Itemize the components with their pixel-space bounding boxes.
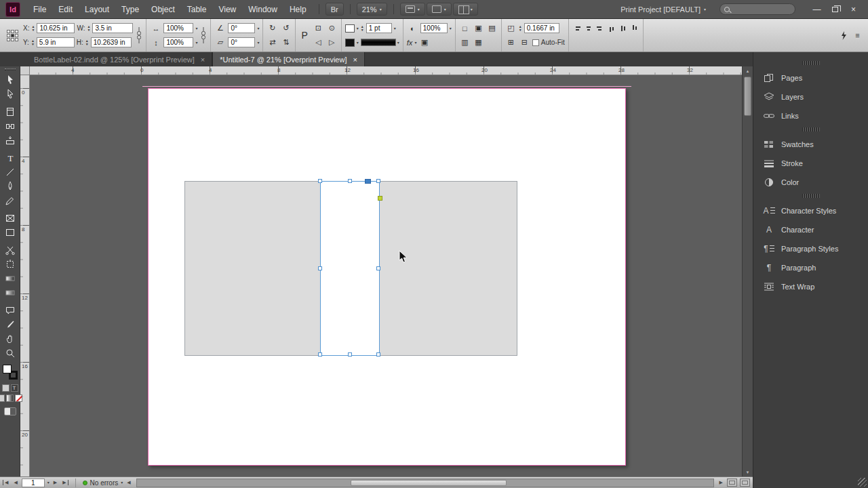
wrap-around-bounding-box-button[interactable]: ▣ [473,23,484,33]
page-tool[interactable] [1,104,20,119]
chevron-down-icon[interactable]: ▾ [195,41,197,45]
last-page-button[interactable]: ▶ [61,480,68,485]
align-bottom-button[interactable] [630,24,639,33]
chevron-down-icon[interactable]: ▾ [257,26,259,30]
line-tool[interactable] [1,165,20,179]
screen-mode-dropdown[interactable]: ▾ [427,3,452,16]
gradient-swatch-tool[interactable] [1,271,20,285]
dock-grip[interactable] [802,194,820,198]
stroke-weight-field[interactable]: 1 pt [366,23,392,33]
selection-tool[interactable] [1,73,20,87]
view-options-dropdown[interactable]: ▾ [400,3,425,16]
next-page-button[interactable]: ▶ [52,480,58,485]
note-tool[interactable] [1,303,20,317]
apply-none-button[interactable] [15,394,22,402]
search-input[interactable] [733,5,791,13]
pencil-tool[interactable] [1,193,20,207]
rectangle-frame-tool[interactable] [1,211,20,225]
menu-file[interactable]: File [27,2,52,17]
opacity-field[interactable]: 100% [420,23,448,33]
scroll-down-icon[interactable]: ▼ [743,468,753,476]
selection-handle-sw[interactable] [318,352,322,357]
close-button[interactable]: × [844,3,863,16]
chevron-down-icon[interactable]: ▾ [357,26,359,30]
panel-button-paragraph[interactable]: ¶ Paragraph [753,258,868,277]
panel-button-links[interactable]: Links [753,106,868,125]
rotate-90-cw-button[interactable]: ↻ [267,23,278,33]
h-stepper[interactable]: ▲▼ [85,39,89,45]
flip-horizontal-button[interactable]: ⇄ [267,37,278,47]
scale-x-field[interactable]: 100% [163,23,193,33]
document-window-icon[interactable] [727,479,737,487]
hand-tool[interactable] [1,331,20,346]
align-right-button[interactable] [595,24,605,33]
y-stepper[interactable]: ▲▼ [31,39,35,45]
flip-vertical-button[interactable]: ⇅ [280,37,292,47]
pen-tool[interactable] [1,179,20,193]
page-menu-icon[interactable]: ▾ [47,481,50,485]
stroke-swatch[interactable] [345,39,355,47]
chevron-down-icon[interactable]: ▾ [357,41,359,45]
document-canvas[interactable] [30,75,742,476]
menu-object[interactable]: Object [145,2,181,17]
previous-page-button[interactable]: ◀ [12,480,18,485]
chevron-down-icon[interactable]: ▾ [450,26,452,30]
close-tab-icon[interactable]: × [353,56,357,64]
close-tab-icon[interactable]: × [201,56,205,64]
quick-apply-button[interactable] [837,30,849,41]
align-left-button[interactable] [572,24,582,33]
vertical-scrollbar[interactable]: ▲ ▼ [742,66,753,476]
selection-handle-s[interactable] [348,352,352,357]
menu-window[interactable]: Window [242,2,283,17]
align-top-button[interactable] [607,24,616,33]
selection-handle-w[interactable] [318,266,322,270]
rectangle-tool[interactable] [1,225,20,239]
selection-handle-e[interactable] [376,266,380,270]
rotation-angle-field[interactable]: 0° [228,23,255,33]
arrange-documents-dropdown[interactable]: ▾ [453,3,478,16]
scroll-left-icon[interactable]: ◀ [125,480,132,485]
gradient-feather-tool[interactable] [1,285,20,300]
panel-button-character-styles[interactable]: A Character Styles [753,201,868,220]
select-next-object-button[interactable]: ▷ [326,37,338,47]
formatting-affects-text-button[interactable]: T [11,384,18,392]
vertical-ruler[interactable]: 0 4 8 12 16 20 [20,75,30,476]
panel-grip[interactable] [5,68,16,70]
center-content-button[interactable]: ⊟ [519,37,530,47]
align-center-horizontal-button[interactable] [584,24,593,33]
shear-angle-field[interactable]: 0° [228,37,255,47]
panel-button-layers[interactable]: Layers [753,87,868,106]
page-number-field[interactable]: 1 [22,479,45,487]
type-tool[interactable]: T [1,150,20,165]
panel-button-color[interactable]: Color [753,173,868,192]
search-box[interactable] [719,3,795,15]
x-stepper[interactable]: ▲▼ [31,25,35,31]
constrain-dimensions-link-icon[interactable] [136,26,142,44]
selected-frame[interactable] [320,181,380,356]
apply-gradient-button[interactable] [6,394,14,402]
selection-handle-se[interactable] [376,352,380,357]
chevron-down-icon[interactable]: ▾ [394,26,396,30]
drop-shadow-button[interactable]: ▣ [418,37,430,47]
menu-table[interactable]: Table [181,2,213,17]
scroll-right-icon[interactable]: ▶ [718,480,724,485]
document-tab-untitled7[interactable]: *Untitled-7 @ 21% [Overprint Preview] × [212,52,365,66]
stroke-weight-stepper[interactable]: ▲▼ [361,25,364,31]
eyedropper-tool[interactable] [1,317,20,331]
select-previous-object-button[interactable]: ◁ [313,37,324,47]
restore-button[interactable] [826,3,844,16]
corner-options-icon[interactable]: ◰ [505,23,517,33]
y-position-field[interactable]: 5.9 in [37,37,75,47]
text-frame-port[interactable] [365,179,371,184]
fit-content-to-frame-button[interactable]: ⊞ [505,37,517,47]
x-position-field[interactable]: 10.625 in [37,23,75,33]
height-field[interactable]: 10.2639 in [91,37,132,47]
content-collector-tool[interactable] [1,133,20,147]
preflight-menu-icon[interactable]: ▾ [121,481,123,485]
selection-handle-ne[interactable] [376,179,380,183]
selection-handle-n[interactable] [348,179,352,183]
panel-button-text-wrap[interactable]: Text Wrap [753,277,868,296]
zoom-level-dropdown[interactable]: 21% ▾ [357,3,387,16]
wrap-around-object-shape-button[interactable]: ▤ [486,23,498,33]
dock-grip[interactable] [802,127,820,131]
